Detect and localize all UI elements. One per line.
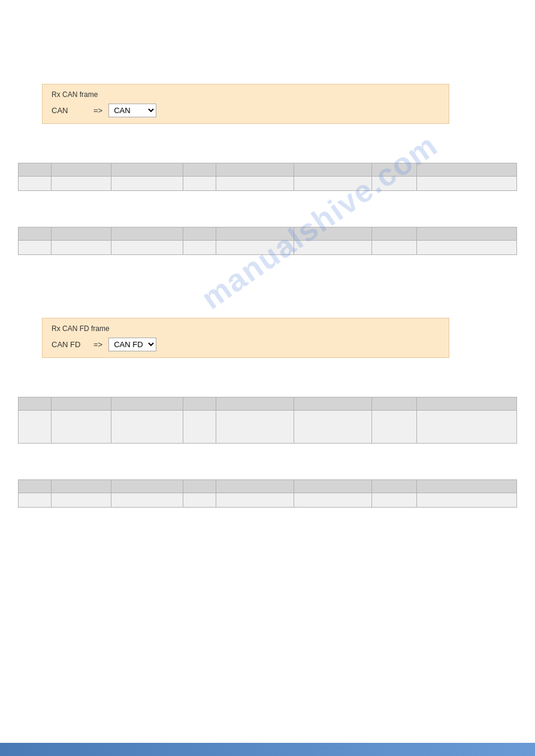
canfd-frame-row: CAN FD => CAN FD CAN LIN Ethernet [52,338,440,351]
th-3-4 [183,397,216,411]
th-4-6 [294,480,372,493]
table-section-4 [18,479,517,508]
td-2-5 [216,241,294,255]
can-source-label: CAN [52,106,87,115]
td-3-5 [216,411,294,444]
canfd-source-label: CAN FD [52,340,87,349]
td-3-3 [111,411,183,444]
th-1-4 [183,163,216,177]
td-2-1 [19,241,52,255]
td-4-8 [417,493,517,508]
th-4-4 [183,480,216,493]
rx-canfd-frame-box: Rx CAN FD frame CAN FD => CAN FD CAN LIN… [42,318,449,358]
th-3-7 [372,397,417,411]
rx-can-frame-title: Rx CAN frame [52,90,440,99]
th-2-3 [111,227,183,241]
data-table-4 [18,479,517,508]
table-row [19,227,517,241]
table-section-1 [18,163,517,191]
table-section-2 [18,227,517,255]
td-2-4 [183,241,216,255]
th-3-8 [417,397,517,411]
td-3-2 [52,411,111,444]
th-3-6 [294,397,372,411]
th-4-2 [52,480,111,493]
th-2-6 [294,227,372,241]
td-3-4 [183,411,216,444]
td-4-6 [294,493,372,508]
td-1-2 [52,177,111,191]
th-2-4 [183,227,216,241]
td-2-8 [417,241,517,255]
th-4-8 [417,480,517,493]
can-dest-select[interactable]: CAN CAN FD LIN Ethernet [108,104,156,117]
td-2-2 [52,241,111,255]
th-2-7 [372,227,417,241]
data-table-3 [18,397,517,444]
td-3-1 [19,411,52,444]
canfd-dest-select[interactable]: CAN FD CAN LIN Ethernet [108,338,156,351]
th-2-5 [216,227,294,241]
td-1-5 [216,177,294,191]
data-table-2 [18,227,517,255]
th-1-3 [111,163,183,177]
th-4-5 [216,480,294,493]
table-row [19,411,517,444]
table-row [19,163,517,177]
th-1-2 [52,163,111,177]
td-4-5 [216,493,294,508]
td-2-3 [111,241,183,255]
table-row [19,397,517,411]
td-2-7 [372,241,417,255]
th-4-3 [111,480,183,493]
rx-can-frame-box: Rx CAN frame CAN => CAN CAN FD LIN Ether… [42,84,449,124]
th-2-2 [52,227,111,241]
page-content: Rx CAN frame CAN => CAN CAN FD LIN Ether… [0,0,535,529]
data-table-1 [18,163,517,191]
td-4-2 [52,493,111,508]
th-1-8 [417,163,517,177]
table-section-3 [18,397,517,444]
canfd-arrow: => [93,340,102,349]
td-1-6 [294,177,372,191]
rx-canfd-frame-title: Rx CAN FD frame [52,324,440,333]
th-1-1 [19,163,52,177]
td-1-1 [19,177,52,191]
th-4-7 [372,480,417,493]
td-2-6 [294,241,372,255]
td-4-3 [111,493,183,508]
th-3-3 [111,397,183,411]
can-arrow: => [93,106,102,115]
td-1-3 [111,177,183,191]
th-1-5 [216,163,294,177]
table-row [19,493,517,508]
footer-bar [0,743,535,756]
td-1-8 [417,177,517,191]
th-2-1 [19,227,52,241]
th-1-6 [294,163,372,177]
table-row [19,177,517,191]
td-3-8 [417,411,517,444]
td-3-7 [372,411,417,444]
th-1-7 [372,163,417,177]
td-4-1 [19,493,52,508]
can-frame-row: CAN => CAN CAN FD LIN Ethernet [52,104,440,117]
table-row [19,241,517,255]
td-1-7 [372,177,417,191]
td-3-6 [294,411,372,444]
th-3-5 [216,397,294,411]
table-row [19,480,517,493]
td-4-7 [372,493,417,508]
th-3-1 [19,397,52,411]
td-1-4 [183,177,216,191]
td-4-4 [183,493,216,508]
th-4-1 [19,480,52,493]
th-3-2 [52,397,111,411]
th-2-8 [417,227,517,241]
